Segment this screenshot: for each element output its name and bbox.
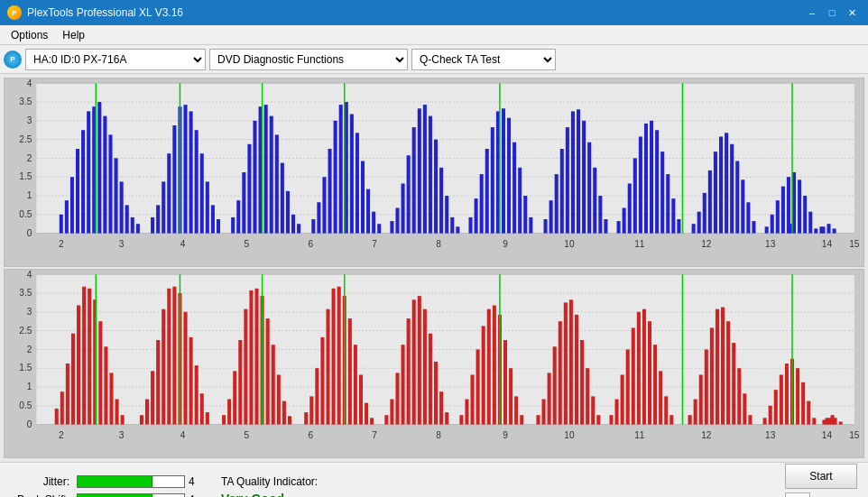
svg-rect-71 xyxy=(366,189,370,234)
svg-text:2: 2 xyxy=(59,430,64,440)
svg-rect-113 xyxy=(628,183,632,233)
svg-text:5: 5 xyxy=(245,430,250,440)
svg-rect-44 xyxy=(200,153,204,233)
svg-rect-29 xyxy=(108,134,112,233)
svg-rect-229 xyxy=(288,416,291,424)
svg-rect-132 xyxy=(741,179,744,233)
svg-rect-76 xyxy=(402,183,405,233)
svg-rect-230 xyxy=(304,412,308,425)
svg-rect-73 xyxy=(377,224,381,233)
svg-text:14: 14 xyxy=(822,430,833,440)
svg-rect-216 xyxy=(206,412,209,425)
svg-rect-250 xyxy=(423,309,427,425)
svg-rect-93 xyxy=(502,108,505,233)
svg-text:11: 11 xyxy=(634,430,645,440)
test-select[interactable]: Q-Check TA Test xyxy=(411,49,556,70)
svg-rect-141 xyxy=(798,179,801,233)
svg-rect-233 xyxy=(320,337,324,425)
svg-rect-120 xyxy=(666,174,669,234)
svg-rect-298 xyxy=(726,321,730,424)
svg-rect-97 xyxy=(523,196,527,234)
svg-rect-84 xyxy=(445,196,448,234)
peak-shift-value: 4 xyxy=(189,493,203,497)
app-icon: P xyxy=(7,5,22,20)
svg-rect-149 xyxy=(819,226,823,233)
svg-rect-195 xyxy=(77,306,80,425)
info-button[interactable]: i xyxy=(785,492,810,497)
svg-rect-58 xyxy=(286,191,290,234)
svg-rect-267 xyxy=(536,415,540,424)
svg-rect-66 xyxy=(339,105,343,233)
svg-rect-192 xyxy=(60,391,64,424)
svg-text:1: 1 xyxy=(27,382,32,391)
svg-rect-280 xyxy=(615,400,619,425)
svg-rect-24 xyxy=(81,130,85,233)
svg-text:4: 4 xyxy=(180,430,186,440)
svg-text:3: 3 xyxy=(27,115,32,125)
menu-help[interactable]: Help xyxy=(55,27,92,43)
menu-options[interactable]: Options xyxy=(4,27,55,43)
svg-rect-82 xyxy=(434,140,438,234)
svg-rect-303 xyxy=(763,418,767,424)
svg-rect-75 xyxy=(395,208,399,234)
metrics-left: Jitter: 4 Peak Shift: 4 xyxy=(11,475,203,497)
svg-rect-59 xyxy=(291,215,295,234)
function-select[interactable]: DVD Diagnostic Functions xyxy=(209,49,408,70)
jitter-bar xyxy=(77,475,185,488)
minimize-button[interactable]: – xyxy=(803,5,821,21)
svg-rect-215 xyxy=(200,393,204,424)
svg-rect-50 xyxy=(242,172,245,234)
svg-text:2.5: 2.5 xyxy=(19,134,32,144)
ta-quality-value: Very Good xyxy=(221,492,284,497)
svg-text:12: 12 xyxy=(701,430,712,440)
svg-rect-231 xyxy=(309,396,313,424)
close-button[interactable]: ✕ xyxy=(843,5,861,21)
svg-text:11: 11 xyxy=(634,239,645,249)
jitter-value: 4 xyxy=(189,475,203,488)
svg-rect-245 xyxy=(395,373,399,424)
svg-rect-130 xyxy=(730,144,734,234)
svg-rect-281 xyxy=(621,374,624,424)
top-chart-container: 0 0.5 1 1.5 2 2.5 3 3.5 4 xyxy=(4,78,864,267)
svg-text:4: 4 xyxy=(180,239,186,249)
svg-rect-239 xyxy=(354,345,357,424)
svg-text:3: 3 xyxy=(27,307,32,317)
svg-rect-85 xyxy=(450,217,454,234)
maximize-button[interactable]: □ xyxy=(823,5,841,21)
svg-rect-33 xyxy=(131,217,134,234)
svg-rect-278 xyxy=(596,415,600,424)
drive-select[interactable]: HA:0 ID:0 PX-716A xyxy=(25,49,206,70)
svg-rect-283 xyxy=(632,327,635,424)
svg-rect-88 xyxy=(475,198,478,233)
svg-rect-118 xyxy=(655,130,659,233)
start-button[interactable]: Start xyxy=(785,464,857,489)
svg-rect-72 xyxy=(372,212,375,234)
right-buttons: Start i xyxy=(785,464,857,497)
svg-rect-316 xyxy=(828,418,832,424)
svg-rect-208 xyxy=(162,309,165,425)
svg-rect-30 xyxy=(115,158,118,233)
svg-rect-220 xyxy=(238,340,242,425)
svg-rect-74 xyxy=(390,221,393,234)
svg-rect-200 xyxy=(104,346,107,424)
ta-quality: TA Quality Indicator: Very Good xyxy=(221,475,318,497)
svg-rect-244 xyxy=(390,400,393,425)
svg-rect-257 xyxy=(471,374,475,424)
svg-text:1: 1 xyxy=(27,190,32,200)
svg-text:0: 0 xyxy=(27,419,32,429)
svg-rect-205 xyxy=(145,400,149,425)
peak-shift-bar xyxy=(77,493,185,497)
svg-rect-32 xyxy=(125,205,129,233)
svg-rect-115 xyxy=(639,136,642,233)
svg-rect-218 xyxy=(227,400,231,425)
svg-rect-20 xyxy=(60,215,63,234)
top-chart-svg: 0 0.5 1 1.5 2 2.5 3 3.5 4 xyxy=(5,78,863,266)
svg-rect-42 xyxy=(189,111,193,233)
svg-rect-238 xyxy=(348,318,352,425)
svg-rect-117 xyxy=(650,121,653,234)
svg-rect-136 xyxy=(771,215,774,234)
jitter-label: Jitter: xyxy=(11,475,69,488)
svg-rect-201 xyxy=(109,373,113,424)
svg-rect-116 xyxy=(644,124,648,234)
svg-rect-271 xyxy=(559,321,562,424)
